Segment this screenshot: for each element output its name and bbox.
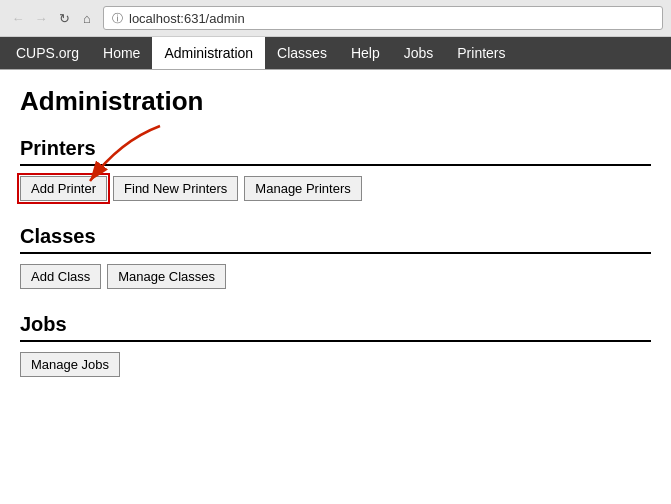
nav-buttons: ← → ↻ ⌂ <box>8 8 97 28</box>
nav-printers[interactable]: Printers <box>445 37 517 69</box>
cups-navbar: CUPS.org Home Administration Classes Hel… <box>0 37 671 69</box>
jobs-section: Jobs Manage Jobs <box>20 313 651 377</box>
refresh-button[interactable]: ↻ <box>54 8 74 28</box>
nav-help[interactable]: Help <box>339 37 392 69</box>
lock-icon: ⓘ <box>112 11 123 26</box>
main-content: Administration Printers Add Printer Find… <box>0 70 671 417</box>
page-title: Administration <box>20 86 651 117</box>
forward-button[interactable]: → <box>31 8 51 28</box>
printers-section: Printers Add Printer Find New Printers M… <box>20 137 651 201</box>
browser-chrome: ← → ↻ ⌂ ⓘ localhost:631/admin CUPS.org H… <box>0 0 671 70</box>
back-button[interactable]: ← <box>8 8 28 28</box>
url-text: localhost:631/admin <box>129 11 245 26</box>
manage-printers-button[interactable]: Manage Printers <box>244 176 361 201</box>
jobs-button-row: Manage Jobs <box>20 352 651 377</box>
printers-button-row: Add Printer Find New Printers Manage Pri… <box>20 176 651 201</box>
manage-jobs-button[interactable]: Manage Jobs <box>20 352 120 377</box>
add-printer-button[interactable]: Add Printer <box>20 176 107 201</box>
nav-classes[interactable]: Classes <box>265 37 339 69</box>
nav-jobs[interactable]: Jobs <box>392 37 446 69</box>
address-bar[interactable]: ⓘ localhost:631/admin <box>103 6 663 30</box>
nav-cups-org[interactable]: CUPS.org <box>4 37 91 69</box>
printers-section-title: Printers <box>20 137 651 166</box>
jobs-section-title: Jobs <box>20 313 651 342</box>
nav-home[interactable]: Home <box>91 37 152 69</box>
home-button[interactable]: ⌂ <box>77 8 97 28</box>
classes-section-title: Classes <box>20 225 651 254</box>
manage-classes-button[interactable]: Manage Classes <box>107 264 226 289</box>
classes-section: Classes Add Class Manage Classes <box>20 225 651 289</box>
find-new-printers-button[interactable]: Find New Printers <box>113 176 238 201</box>
add-class-button[interactable]: Add Class <box>20 264 101 289</box>
classes-button-row: Add Class Manage Classes <box>20 264 651 289</box>
nav-administration[interactable]: Administration <box>152 37 265 69</box>
browser-toolbar: ← → ↻ ⌂ ⓘ localhost:631/admin <box>0 0 671 37</box>
